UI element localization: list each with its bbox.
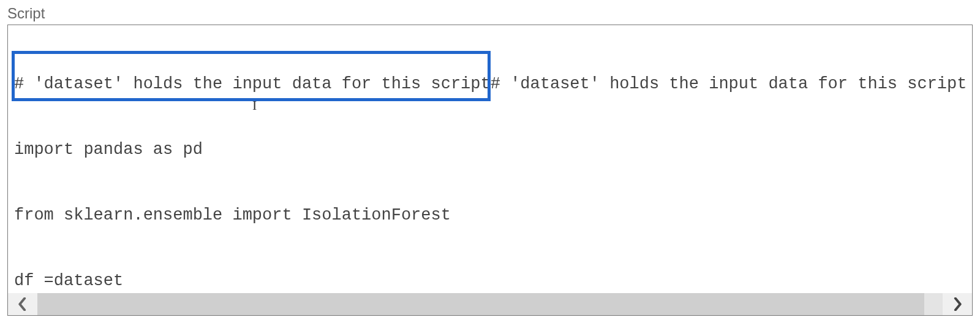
code-line: from sklearn.ensemble import IsolationFo…	[14, 205, 966, 227]
scroll-track[interactable]	[37, 293, 943, 315]
code-line: import pandas as pd	[14, 139, 966, 161]
code-line: # 'dataset' holds the input data for thi…	[14, 74, 966, 96]
text-cursor-icon: I	[252, 96, 257, 114]
script-editor[interactable]: # 'dataset' holds the input data for thi…	[7, 25, 973, 316]
scroll-right-button[interactable]	[943, 293, 972, 315]
horizontal-scrollbar[interactable]	[8, 293, 972, 315]
script-code-area[interactable]: # 'dataset' holds the input data for thi…	[8, 25, 972, 293]
chevron-left-icon	[17, 297, 28, 311]
scroll-thumb[interactable]	[37, 293, 924, 315]
script-panel-label: Script	[7, 5, 973, 22]
scroll-left-button[interactable]	[8, 293, 37, 315]
code-line: df =dataset	[14, 270, 966, 292]
chevron-right-icon	[952, 297, 963, 311]
